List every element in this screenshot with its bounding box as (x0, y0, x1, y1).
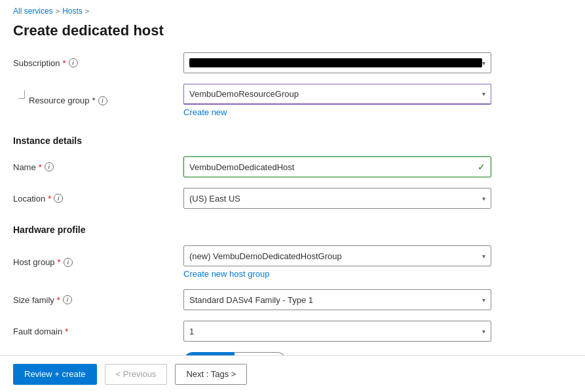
breadcrumb: All services > Hosts > (0, 0, 585, 20)
resource-group-control: VembuDemoResourceGroup ▾ Create new (183, 84, 491, 117)
subscription-select[interactable]: ▾ (183, 52, 491, 73)
indent-line (13, 84, 29, 99)
fault-domain-required: * (65, 327, 68, 336)
host-group-info-icon[interactable]: i (64, 258, 73, 267)
breadcrumb-hosts[interactable]: Hosts (62, 7, 83, 16)
bottom-bar: Review + create < Previous Next : Tags > (0, 355, 585, 392)
size-family-label: Size family * i (13, 295, 183, 305)
name-required: * (39, 162, 42, 172)
resource-group-info-icon[interactable]: i (98, 96, 107, 105)
location-chevron: ▾ (482, 195, 485, 202)
size-family-info-icon[interactable]: i (63, 295, 72, 304)
breadcrumb-all-services[interactable]: All services (13, 7, 53, 16)
resource-group-chevron: ▾ (482, 90, 485, 98)
subscription-control: ▾ (183, 52, 491, 73)
fault-domain-value: 1 (189, 327, 482, 336)
resource-group-content: Resource group * i VembuDemoResourceGrou… (29, 84, 572, 120)
location-info-icon[interactable]: i (54, 194, 63, 203)
location-select[interactable]: (US) East US ▾ (183, 188, 491, 209)
previous-button[interactable]: < Previous (105, 364, 168, 385)
location-control: (US) East US ▾ (183, 188, 491, 209)
name-check-icon: ✓ (478, 162, 485, 172)
name-label: Name * i (13, 162, 183, 172)
host-group-control: (new) VembuDemoDedicatedHostGroup ▾ Crea… (183, 245, 491, 279)
location-label: Location * i (13, 194, 183, 204)
page-title: Create dedicated host (0, 20, 585, 52)
size-family-required: * (57, 295, 60, 305)
resource-group-row: Resource group * i VembuDemoResourceGrou… (13, 84, 572, 120)
size-family-row: Size family * i Standard DASv4 Family - … (13, 289, 572, 310)
host-group-row: Host group * i (new) VembuDemoDedicatedH… (13, 245, 572, 279)
resource-group-required: * (92, 96, 96, 105)
resource-group-label: Resource group * i (29, 96, 183, 105)
name-info-icon[interactable]: i (45, 162, 54, 171)
fault-domain-label: Fault domain * (13, 327, 183, 336)
name-select[interactable]: VembuDemoDedicatedHost ✓ (183, 156, 491, 177)
review-create-button[interactable]: Review + create (13, 364, 97, 385)
fault-domain-select[interactable]: 1 ▾ (183, 321, 491, 342)
resource-group-select[interactable]: VembuDemoResourceGroup ▾ (183, 84, 491, 105)
name-control: VembuDemoDedicatedHost ✓ (183, 156, 491, 177)
resource-group-label-row: Resource group * i VembuDemoResourceGrou… (29, 84, 572, 117)
resource-group-value: VembuDemoResourceGroup (189, 89, 482, 99)
subscription-info-icon[interactable]: i (69, 58, 78, 67)
size-family-chevron: ▾ (482, 296, 485, 304)
host-group-create-new[interactable]: Create new host group (183, 269, 491, 279)
host-group-label: Host group * i (13, 257, 183, 267)
subscription-label: Subscription * i (13, 58, 183, 68)
form-container: Subscription * i ▾ Resource group * i (0, 52, 585, 392)
name-value: VembuDemoDedicatedHost (189, 162, 478, 172)
instance-details-header: Instance details (13, 135, 572, 146)
breadcrumb-sep2: > (85, 7, 89, 15)
fault-domain-control: 1 ▾ (183, 321, 491, 342)
resource-group-create-new[interactable]: Create new (183, 107, 491, 117)
host-group-value: (new) VembuDemoDedicatedHostGroup (189, 251, 482, 261)
hardware-profile-header: Hardware profile (13, 224, 572, 235)
fault-domain-row: Fault domain * 1 ▾ (13, 321, 572, 342)
subscription-chevron: ▾ (482, 60, 485, 67)
subscription-row: Subscription * i ▾ (13, 52, 572, 73)
next-button[interactable]: Next : Tags > (175, 364, 247, 385)
fault-domain-chevron: ▾ (482, 328, 485, 335)
subscription-value (189, 58, 482, 67)
size-family-value: Standard DASv4 Family - Type 1 (189, 295, 482, 305)
size-family-control: Standard DASv4 Family - Type 1 ▾ (183, 289, 491, 310)
location-value: (US) East US (189, 194, 482, 204)
location-row: Location * i (US) East US ▾ (13, 188, 572, 209)
location-required: * (48, 194, 51, 204)
size-family-select[interactable]: Standard DASv4 Family - Type 1 ▾ (183, 289, 491, 310)
host-group-select[interactable]: (new) VembuDemoDedicatedHostGroup ▾ (183, 245, 491, 266)
name-row: Name * i VembuDemoDedicatedHost ✓ (13, 156, 572, 177)
breadcrumb-sep1: > (56, 7, 60, 15)
host-group-required: * (58, 257, 61, 267)
subscription-required: * (63, 58, 66, 68)
host-group-chevron: ▾ (482, 253, 485, 260)
